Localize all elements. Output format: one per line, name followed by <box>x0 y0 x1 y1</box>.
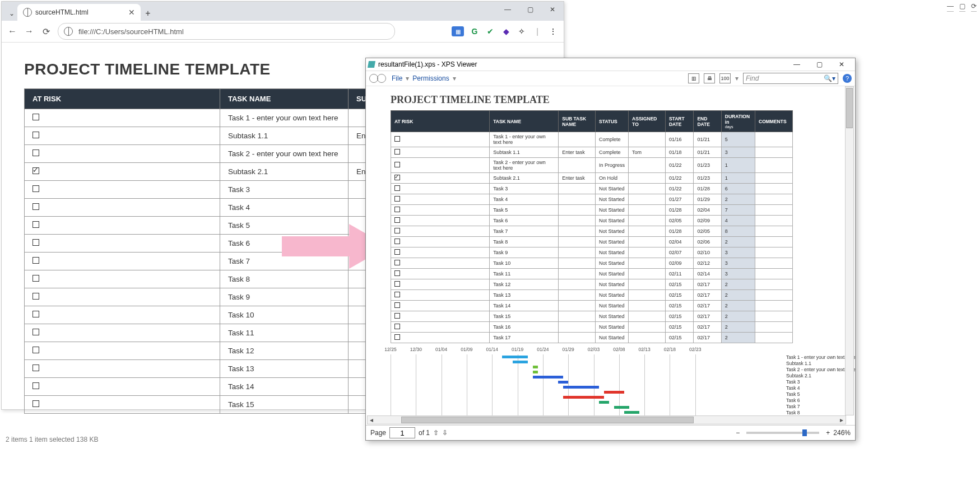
scroll-left-icon[interactable]: ◂ <box>368 417 375 423</box>
at-risk-cell[interactable] <box>391 311 490 322</box>
layout-icon[interactable]: ▥ <box>688 73 699 83</box>
checkbox-icon[interactable] <box>32 167 39 174</box>
at-risk-cell[interactable] <box>391 158 490 173</box>
horizontal-scrollbar[interactable]: ◂ ▸ <box>367 415 846 424</box>
find-input[interactable]: Find 🔍▾ <box>743 73 838 84</box>
checkbox-icon[interactable] <box>32 239 39 246</box>
at-risk-cell[interactable] <box>391 184 490 194</box>
extensions-icon[interactable]: ✧ <box>517 26 527 36</box>
at-risk-cell[interactable] <box>25 306 220 324</box>
at-risk-cell[interactable] <box>391 247 490 258</box>
checkbox-icon[interactable] <box>394 249 400 255</box>
at-risk-cell[interactable] <box>25 145 220 163</box>
search-icon[interactable]: 🔍▾ <box>824 74 835 82</box>
at-risk-cell[interactable] <box>25 217 220 235</box>
zoom-in-icon[interactable]: + <box>826 429 830 437</box>
at-risk-cell[interactable] <box>391 322 490 333</box>
at-risk-cell[interactable] <box>25 270 220 288</box>
maximize-button[interactable]: ▢ <box>808 59 830 70</box>
menu-file[interactable]: File <box>392 74 402 82</box>
page-down-icon[interactable]: ⇩ <box>442 429 448 437</box>
zoom-100-icon[interactable]: 100 <box>719 73 731 83</box>
at-risk-cell[interactable] <box>25 199 220 217</box>
checkbox-icon[interactable] <box>394 302 400 308</box>
checkbox-icon[interactable] <box>32 347 39 353</box>
zoom-thumb[interactable] <box>802 429 807 436</box>
at-risk-cell[interactable] <box>25 253 220 270</box>
at-risk-cell[interactable] <box>391 147 490 158</box>
at-risk-cell[interactable] <box>25 396 220 414</box>
tabs-dropdown-icon[interactable]: ⌄ <box>6 6 17 21</box>
checkbox-icon[interactable] <box>394 292 400 297</box>
at-risk-cell[interactable] <box>25 163 220 181</box>
checkbox-icon[interactable] <box>32 203 39 210</box>
checkbox-icon[interactable] <box>394 334 400 340</box>
checkbox-icon[interactable] <box>32 185 39 192</box>
grammarly-icon[interactable]: G <box>470 26 480 36</box>
host-btn[interactable]: ⟳ <box>971 2 977 12</box>
checkbox-icon[interactable] <box>32 257 39 264</box>
page-up-icon[interactable]: ⇧ <box>433 429 439 437</box>
glasses-icon[interactable] <box>369 74 385 83</box>
at-risk-cell[interactable] <box>391 279 490 290</box>
checkbox-icon[interactable] <box>32 275 39 282</box>
close-button[interactable]: ✕ <box>541 2 564 17</box>
at-risk-cell[interactable] <box>25 181 220 199</box>
at-risk-cell[interactable] <box>391 205 490 216</box>
at-risk-cell[interactable] <box>391 226 490 237</box>
checkbox-icon[interactable] <box>394 217 400 223</box>
at-risk-cell[interactable] <box>25 288 220 306</box>
zoom-slider[interactable] <box>746 432 819 434</box>
checkbox-icon[interactable] <box>394 228 400 233</box>
checkbox-icon[interactable] <box>32 132 39 138</box>
reload-icon[interactable]: ⟳ <box>41 26 51 37</box>
checkbox-icon[interactable] <box>394 149 400 155</box>
at-risk-cell[interactable] <box>391 258 490 269</box>
checkbox-icon[interactable] <box>32 400 39 407</box>
url-input[interactable]: file:///C:/Users/sourceHTML.html <box>58 23 395 40</box>
extension-icon[interactable]: ◆ <box>501 26 511 36</box>
checkbox-icon[interactable] <box>394 162 400 167</box>
at-risk-cell[interactable] <box>391 269 490 279</box>
at-risk-cell[interactable] <box>391 290 490 301</box>
at-risk-cell[interactable] <box>391 333 490 343</box>
close-button[interactable]: ✕ <box>830 59 853 70</box>
checkbox-icon[interactable] <box>394 185 400 191</box>
at-risk-cell[interactable] <box>391 216 490 226</box>
at-risk-cell[interactable] <box>25 378 220 396</box>
checkbox-icon[interactable] <box>394 270 400 276</box>
back-icon[interactable]: ← <box>7 26 17 36</box>
at-risk-cell[interactable] <box>391 237 490 247</box>
at-risk-cell[interactable] <box>25 127 220 145</box>
checkbox-icon[interactable] <box>394 281 400 287</box>
zoom-out-icon[interactable]: − <box>736 429 740 437</box>
extension-icon[interactable]: ▦ <box>452 26 464 36</box>
checkbox-icon[interactable] <box>394 324 400 329</box>
vertical-scrollbar[interactable] <box>845 86 854 415</box>
at-risk-cell[interactable] <box>391 301 490 311</box>
at-risk-cell[interactable] <box>25 324 220 342</box>
maximize-button[interactable]: ▢ <box>519 2 541 17</box>
host-btn[interactable]: — <box>947 2 954 12</box>
extension-icon[interactable]: ✔ <box>485 26 495 36</box>
at-risk-cell[interactable] <box>391 194 490 205</box>
checkbox-icon[interactable] <box>394 207 400 212</box>
at-risk-cell[interactable] <box>25 235 220 253</box>
at-risk-cell[interactable] <box>391 132 490 147</box>
menu-permissions[interactable]: Permissions <box>412 74 449 82</box>
checkbox-icon[interactable] <box>394 136 400 142</box>
browser-menu-icon[interactable]: ⋮ <box>548 26 558 36</box>
checkbox-icon[interactable] <box>32 365 39 371</box>
scrollbar-thumb[interactable] <box>846 88 853 128</box>
checkbox-icon[interactable] <box>32 149 39 156</box>
scroll-right-icon[interactable]: ▸ <box>838 417 846 423</box>
new-tab-button[interactable]: + <box>141 6 155 21</box>
checkbox-icon[interactable] <box>32 311 39 317</box>
forward-icon[interactable]: → <box>24 26 34 36</box>
at-risk-cell[interactable] <box>25 109 220 127</box>
help-icon[interactable]: ? <box>843 74 852 83</box>
checkbox-icon[interactable] <box>32 382 39 389</box>
checkbox-icon[interactable] <box>32 221 39 228</box>
browser-tab[interactable]: sourceHTML.html ✕ <box>17 4 141 21</box>
at-risk-cell[interactable] <box>391 173 490 184</box>
